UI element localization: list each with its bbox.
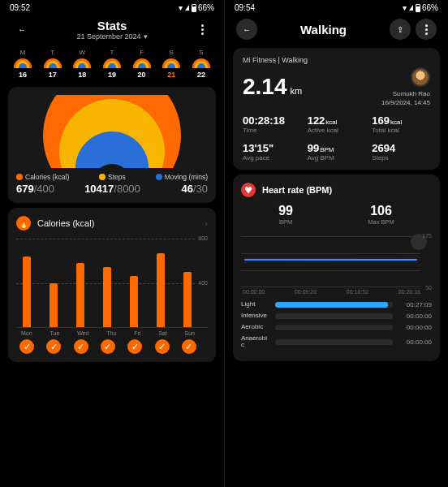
bar-sun	[183, 272, 192, 327]
mini-rings-icon	[44, 58, 62, 68]
hr-zones: Light 00:27:09Intensive 00:00:00Aerobic …	[241, 301, 432, 349]
mini-rings-icon	[162, 58, 180, 68]
section-title: Calories (kcal)	[37, 218, 94, 228]
clock: 09:52	[10, 3, 30, 12]
workout-summary-card: Mi Fitness | Walking 2.14 km Sumukh Rao …	[233, 48, 440, 170]
day-19[interactable]: T 19	[101, 49, 123, 79]
goal-check: ✓	[127, 339, 142, 354]
distance: 2.14 km	[243, 74, 302, 100]
day-22[interactable]: S 22	[190, 49, 213, 79]
goal-check: ✓	[182, 339, 196, 354]
bar-tue	[50, 283, 58, 328]
mini-rings-icon	[14, 58, 32, 68]
flame-icon	[16, 174, 23, 180]
flame-icon: 🔥	[16, 216, 31, 231]
back-button[interactable]: ←	[11, 19, 32, 41]
battery-icon	[416, 4, 420, 12]
calories-card[interactable]: 🔥 Calories (kcal) › 800 400 MonTueWedThu…	[8, 208, 216, 362]
page-title: Walking	[257, 23, 390, 37]
battery-icon	[192, 4, 196, 12]
avatar	[411, 67, 430, 87]
goal-check: ✓	[19, 339, 34, 354]
goal-check: ✓	[74, 339, 88, 354]
wifi-icon: ▾	[179, 3, 183, 12]
back-button[interactable]: ←	[236, 19, 257, 40]
mini-rings-icon	[73, 58, 91, 68]
goal-check: ✓	[155, 339, 170, 354]
day-17[interactable]: T 17	[41, 49, 64, 79]
stats-screen: 09:52 ▾ 66% ← Stats 21 September 2024▾ M	[0, 0, 224, 487]
goal-check: ✓	[46, 339, 61, 354]
steps-icon	[99, 174, 106, 180]
zone-aerobic: Aerobic 00:00:00	[241, 324, 432, 331]
heart-rate-chart: 175 50	[241, 231, 432, 287]
calories-chart: 800 400	[16, 239, 208, 328]
share-button[interactable]: ⇪	[390, 19, 411, 40]
status-bar: 09:52 ▾ 66%	[0, 0, 224, 14]
bar-thu	[103, 267, 111, 327]
chevron-right-icon: ›	[205, 218, 208, 228]
section-title: Heart rate (BPM)	[262, 185, 332, 195]
mini-rings-icon	[103, 58, 121, 68]
page-title: Stats	[32, 19, 192, 32]
mini-rings-icon	[133, 58, 151, 68]
bar-sat	[157, 253, 165, 327]
zone-intensive: Intensive 00:00:00	[241, 312, 432, 320]
day-16[interactable]: M 16	[11, 49, 34, 79]
heart-icon	[241, 183, 256, 197]
zone-light: Light 00:27:09	[241, 301, 432, 308]
metric-grid: 00:28:18Time 122kcalActive kcal 169kcalT…	[243, 114, 430, 162]
bar-mon	[23, 256, 31, 327]
activity-rings	[16, 95, 208, 168]
clock: 09:54	[235, 3, 255, 12]
goal-check: ✓	[101, 339, 115, 354]
day-21[interactable]: S 21	[160, 49, 183, 79]
wifi-icon: ▾	[403, 3, 407, 12]
bar-wed	[76, 263, 84, 327]
ring-stats: Calories (kcal) 679/400 Steps 10417/8000…	[16, 173, 208, 195]
signal-icon	[185, 5, 189, 11]
mini-rings-icon	[192, 58, 210, 68]
more-button[interactable]	[192, 19, 213, 41]
day-20[interactable]: F 20	[131, 49, 153, 79]
user-info[interactable]: Sumukh Rao 16/9/2024, 14:45	[381, 67, 430, 106]
bar-fri	[130, 276, 138, 327]
status-bar: 09:54 ▾ 66%	[225, 0, 448, 14]
rings-card[interactable]: Calories (kcal) 679/400 Steps 10417/8000…	[8, 87, 216, 203]
signal-icon	[409, 5, 413, 11]
header: ← Stats 21 September 2024▾	[0, 14, 224, 44]
moving-icon	[156, 174, 162, 180]
day-18[interactable]: W 18	[71, 49, 93, 79]
more-button[interactable]	[416, 19, 437, 40]
header: ← Walking ⇪	[225, 14, 448, 43]
heart-rate-card: Heart rate (BPM) 99BPM 106Max BPM 175 50…	[233, 175, 440, 361]
battery-indicator: 66%	[416, 3, 438, 12]
walking-screen: 09:54 ▾ 66% ← Walking ⇪ Mi Fitness | Wal…	[224, 0, 448, 487]
breadcrumb: Mi Fitness | Walking	[243, 56, 430, 64]
zone-anaerobic: Anaerobic 00:00:00	[241, 335, 432, 349]
battery-indicator: 66%	[192, 3, 214, 12]
date-picker[interactable]: 21 September 2024▾	[32, 32, 192, 41]
week-strip: M 16T 17W 18T 19F 20S	[0, 44, 224, 82]
